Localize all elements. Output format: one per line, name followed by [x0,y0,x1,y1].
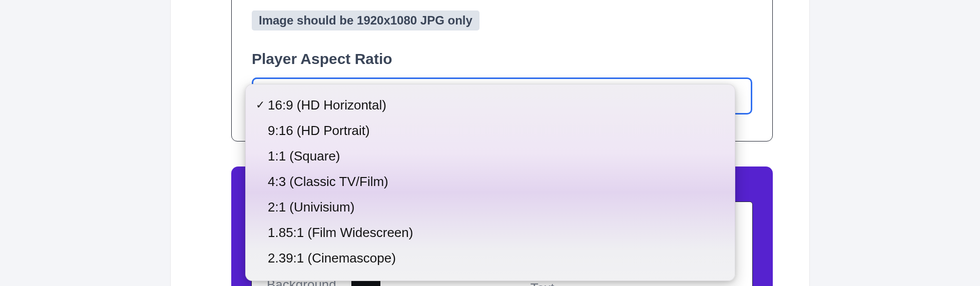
aspect-option-label: 1:1 (Square) [268,146,723,166]
aspect-option-label: 2.39:1 (Cinemascope) [268,248,723,268]
aspect-option[interactable]: 1:1 (Square) [246,144,735,169]
aspect-option-label: 2:1 (Univisium) [268,197,723,218]
aspect-option[interactable]: 1.85:1 (Film Widescreen) [246,220,735,246]
aspect-option-label: 1.85:1 (Film Widescreen) [268,222,723,243]
text-label: Text [531,280,555,286]
check-icon: ✓ [253,96,268,114]
aspect-option-label: 16:9 (HD Horizontal) [268,95,723,116]
aspect-option[interactable]: 9:16 (HD Portrait) [246,118,735,144]
text-control[interactable]: Text [531,280,555,286]
image-hint-badge: Image should be 1920x1080 JPG only [252,10,479,30]
aspect-option[interactable]: 2.39:1 (Cinemascope) [246,246,735,271]
aspect-option[interactable]: 2:1 (Univisium) [246,194,735,220]
aspect-option[interactable]: ✓16:9 (HD Horizontal) [246,92,735,118]
aspect-ratio-label: Player Aspect Ratio [252,50,752,68]
aspect-option-label: 4:3 (Classic TV/Film) [268,172,723,192]
aspect-ratio-dropdown[interactable]: ✓16:9 (HD Horizontal)9:16 (HD Portrait)1… [245,84,735,281]
aspect-option[interactable]: 4:3 (Classic TV/Film) [246,169,735,194]
aspect-option-label: 9:16 (HD Portrait) [268,120,723,141]
